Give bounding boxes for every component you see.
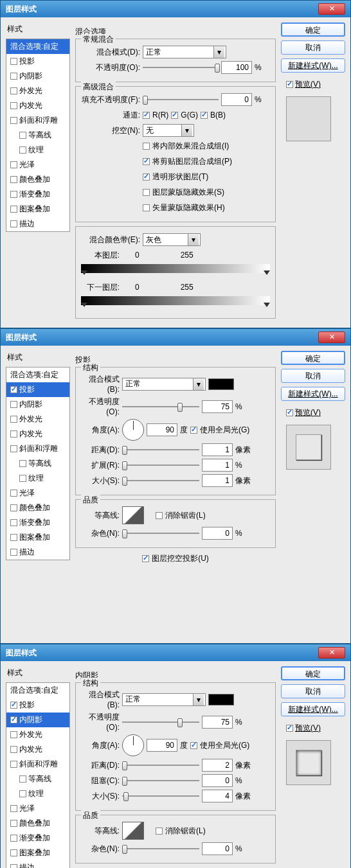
- checkbox-icon[interactable]: [19, 146, 26, 154]
- checkbox-icon[interactable]: [10, 191, 17, 198]
- sidebar-item-texture[interactable]: 纹理: [6, 143, 69, 157]
- blend-clipped-checkbox[interactable]: [143, 158, 150, 165]
- spread-input[interactable]: 1: [202, 459, 233, 472]
- sidebar-item-texture[interactable]: 纹理: [6, 786, 69, 801]
- channel-g-checkbox[interactable]: [171, 112, 178, 119]
- sidebar-item-gradient-overlay[interactable]: 渐变叠加: [6, 515, 69, 530]
- cancel-button[interactable]: 取消: [281, 684, 345, 698]
- sidebar-item-blend-options[interactable]: 混合选项:自定: [6, 683, 69, 698]
- sidebar-item-inner-glow[interactable]: 内发光: [6, 742, 69, 757]
- checkbox-icon[interactable]: [10, 58, 17, 65]
- underlying-gradient[interactable]: [81, 296, 270, 305]
- sidebar-item-blend-options[interactable]: 混合选项:自定: [6, 368, 69, 382]
- noise-input[interactable]: 0: [202, 527, 233, 540]
- checkbox-icon[interactable]: [10, 416, 17, 423]
- contour-picker[interactable]: [122, 822, 144, 840]
- checkbox-icon[interactable]: [19, 475, 26, 482]
- contour-picker[interactable]: [122, 506, 144, 524]
- angle-dial[interactable]: [122, 734, 144, 756]
- spread-slider[interactable]: [122, 460, 199, 470]
- checkbox-icon[interactable]: [19, 132, 26, 139]
- size-slider[interactable]: [122, 475, 199, 486]
- fill-opacity-input[interactable]: 0: [221, 93, 252, 106]
- close-icon[interactable]: [318, 647, 345, 659]
- distance-slider[interactable]: [122, 760, 199, 770]
- anti-alias-checkbox[interactable]: [156, 512, 163, 519]
- checkbox-icon[interactable]: [10, 504, 17, 511]
- opacity-slider[interactable]: [122, 402, 199, 412]
- anti-alias-checkbox[interactable]: [156, 828, 163, 835]
- sidebar-item-outer-glow[interactable]: 外发光: [6, 412, 69, 427]
- distance-input[interactable]: 2: [202, 759, 233, 772]
- checkbox-icon[interactable]: [10, 206, 17, 213]
- checkbox-icon[interactable]: [19, 460, 26, 467]
- angle-dial[interactable]: [122, 419, 144, 441]
- shadow-color-swatch[interactable]: [208, 378, 234, 390]
- vector-mask-hides-checkbox[interactable]: [143, 204, 150, 211]
- knockout-dropdown[interactable]: 无: [143, 124, 194, 137]
- sidebar-item-pattern-overlay[interactable]: 图案叠加: [6, 846, 69, 860]
- checkbox-icon[interactable]: [10, 176, 17, 183]
- checkbox-icon[interactable]: [10, 87, 17, 94]
- global-light-checkbox[interactable]: [190, 427, 197, 434]
- sidebar-item-blend-options[interactable]: 混合选项:自定: [6, 39, 69, 54]
- sidebar-item-inner-shadow[interactable]: 内阴影: [6, 69, 69, 84]
- checkbox-icon[interactable]: [10, 430, 17, 438]
- opacity-input[interactable]: 75: [202, 400, 233, 413]
- sidebar-item-stroke[interactable]: 描边: [6, 217, 69, 231]
- close-icon[interactable]: [318, 3, 345, 15]
- checkbox-icon[interactable]: [10, 849, 17, 856]
- distance-slider[interactable]: [122, 445, 199, 455]
- new-style-button[interactable]: 新建样式(W)...: [281, 58, 345, 73]
- sidebar-item-drop-shadow[interactable]: 投影: [6, 698, 69, 713]
- ok-button[interactable]: 确定: [281, 22, 345, 37]
- checkbox-icon[interactable]: [10, 746, 17, 753]
- cancel-button[interactable]: 取消: [281, 369, 345, 383]
- checkbox-icon[interactable]: [10, 386, 17, 393]
- sidebar-item-color-overlay[interactable]: 颜色叠加: [6, 500, 69, 515]
- sidebar-item-bevel[interactable]: 斜面和浮雕: [6, 757, 69, 772]
- ok-button[interactable]: 确定: [281, 666, 345, 680]
- size-input[interactable]: 1: [202, 474, 233, 487]
- size-input[interactable]: 4: [202, 790, 233, 802]
- checkbox-icon[interactable]: [19, 790, 26, 797]
- layer-mask-hides-checkbox[interactable]: [143, 189, 150, 196]
- sidebar-item-pattern-overlay[interactable]: 图案叠加: [6, 202, 69, 217]
- titlebar[interactable]: 图层样式: [1, 1, 350, 17]
- preview-checkbox[interactable]: [286, 81, 293, 88]
- checkbox-icon[interactable]: [10, 445, 17, 452]
- preview-checkbox[interactable]: [286, 725, 293, 732]
- ok-button[interactable]: 确定: [281, 351, 345, 365]
- new-style-button[interactable]: 新建样式(W)...: [281, 387, 345, 401]
- new-style-button[interactable]: 新建样式(W)...: [281, 702, 345, 716]
- titlebar[interactable]: 图层样式: [1, 644, 350, 661]
- transparency-shapes-checkbox[interactable]: [143, 173, 150, 181]
- sidebar-item-stroke[interactable]: 描边: [6, 860, 69, 868]
- checkbox-icon[interactable]: [10, 519, 17, 526]
- checkbox-icon[interactable]: [10, 534, 17, 541]
- sidebar-item-gradient-overlay[interactable]: 渐变叠加: [6, 187, 69, 202]
- cancel-button[interactable]: 取消: [281, 40, 345, 55]
- checkbox-icon[interactable]: [10, 716, 17, 723]
- checkbox-icon[interactable]: [19, 775, 26, 783]
- shadow-color-swatch[interactable]: [208, 694, 234, 705]
- sidebar-item-gradient-overlay[interactable]: 渐变叠加: [6, 831, 69, 846]
- noise-slider[interactable]: [122, 528, 199, 538]
- checkbox-icon[interactable]: [10, 820, 17, 827]
- checkbox-icon[interactable]: [10, 117, 17, 124]
- sidebar-item-texture[interactable]: 纹理: [6, 471, 69, 486]
- checkbox-icon[interactable]: [10, 161, 17, 168]
- sidebar-item-satin[interactable]: 光泽: [6, 157, 69, 172]
- checkbox-icon[interactable]: [10, 401, 17, 408]
- blend-if-dropdown[interactable]: 灰色: [143, 233, 201, 246]
- sidebar-item-outer-glow[interactable]: 外发光: [6, 727, 69, 742]
- choke-input[interactable]: 0: [202, 774, 233, 787]
- opacity-input[interactable]: 75: [202, 716, 233, 729]
- fill-opacity-slider[interactable]: [143, 94, 219, 105]
- sidebar-item-drop-shadow[interactable]: 投影: [6, 382, 69, 397]
- blend-mode-dropdown[interactable]: 正常: [122, 693, 206, 706]
- opacity-input[interactable]: 100: [221, 61, 252, 74]
- sidebar-item-color-overlay[interactable]: 颜色叠加: [6, 172, 69, 187]
- checkbox-icon[interactable]: [10, 73, 17, 80]
- sidebar-item-drop-shadow[interactable]: 投影: [6, 54, 69, 69]
